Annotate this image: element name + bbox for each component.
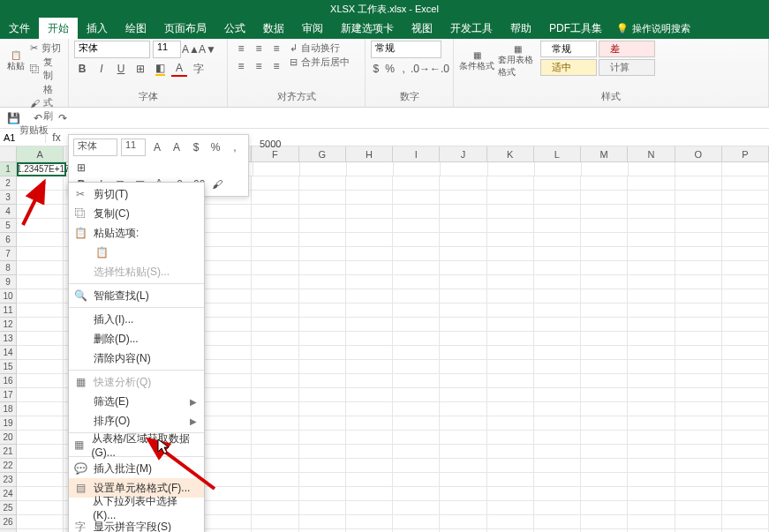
cm-paste-icon-row[interactable]: 📋 [69, 243, 204, 262]
cell[interactable] [675, 289, 722, 303]
row-header[interactable]: 6 [0, 233, 17, 247]
cell[interactable] [722, 360, 769, 374]
cell[interactable] [722, 374, 769, 388]
cell[interactable] [487, 318, 534, 332]
cell[interactable] [628, 473, 675, 487]
cell[interactable] [440, 261, 486, 275]
cell[interactable] [722, 346, 769, 360]
cell[interactable] [346, 176, 393, 191]
cell[interactable] [393, 388, 440, 402]
cell[interactable] [440, 332, 486, 346]
cell[interactable] [440, 219, 486, 233]
cell[interactable] [17, 176, 64, 191]
cell[interactable] [346, 318, 393, 332]
row-header[interactable]: 15 [0, 360, 17, 374]
copy-button[interactable]: ⿻复制 [30, 56, 63, 82]
cell[interactable] [628, 459, 675, 473]
cell[interactable] [675, 162, 722, 176]
cell[interactable] [205, 374, 252, 388]
fx-icon[interactable]: fx [46, 130, 67, 146]
paste-button[interactable]: 📋 粘贴 [5, 41, 26, 81]
cell[interactable] [299, 332, 346, 346]
cell[interactable] [440, 191, 486, 205]
cell[interactable] [393, 487, 440, 501]
cell[interactable] [205, 318, 252, 332]
cell[interactable] [722, 501, 769, 515]
cell[interactable] [628, 332, 675, 346]
cell[interactable] [346, 360, 393, 374]
cell[interactable] [534, 501, 581, 515]
cell[interactable] [581, 318, 628, 332]
cell[interactable] [675, 261, 722, 275]
cell[interactable] [441, 162, 487, 176]
cell[interactable] [722, 388, 769, 402]
cell[interactable] [346, 487, 393, 501]
mini-size-select[interactable]: 11 [121, 139, 146, 156]
cell[interactable] [299, 261, 346, 275]
cell[interactable] [675, 459, 722, 473]
cell[interactable] [393, 360, 440, 374]
cell[interactable] [252, 247, 298, 261]
cell[interactable] [487, 402, 534, 416]
cell[interactable] [487, 487, 534, 501]
cell[interactable] [675, 501, 722, 515]
cell[interactable] [628, 303, 675, 318]
cell[interactable] [487, 219, 534, 233]
cell[interactable] [675, 487, 722, 501]
cell[interactable] [440, 318, 486, 332]
cell[interactable] [534, 431, 581, 445]
tab-pdf[interactable]: PDF工具集 [540, 18, 611, 39]
mini-percent-icon[interactable]: % [207, 139, 223, 155]
cell[interactable] [535, 162, 582, 176]
cell[interactable] [487, 191, 534, 205]
cm-get-data[interactable]: ▦从表格/区域获取数据(G)... [69, 435, 204, 454]
cell[interactable] [299, 374, 346, 388]
cell[interactable] [205, 445, 252, 459]
cell[interactable] [393, 416, 440, 431]
cell[interactable] [581, 289, 628, 303]
cell[interactable] [675, 219, 722, 233]
cell[interactable] [346, 501, 393, 515]
row-header[interactable]: 4 [0, 205, 17, 219]
cell[interactable] [628, 402, 675, 416]
cell[interactable] [393, 205, 440, 219]
cell[interactable] [487, 501, 534, 515]
tab-home[interactable]: 开始 [39, 18, 78, 39]
column-header[interactable]: O [675, 146, 722, 161]
cell[interactable] [722, 289, 769, 303]
cm-paste-options[interactable]: 📋粘贴选项: [69, 223, 204, 243]
currency-button[interactable]: $ [371, 61, 381, 77]
cell[interactable] [440, 515, 486, 529]
merge-center-button[interactable]: ⊟合并后居中 [290, 56, 350, 69]
fill-color-button[interactable]: ◧ [152, 61, 168, 77]
cell[interactable] [346, 459, 393, 473]
cell[interactable] [393, 247, 440, 261]
cell[interactable] [581, 487, 628, 501]
cell[interactable] [487, 261, 534, 275]
underline-button[interactable]: U [113, 61, 129, 77]
cell[interactable] [487, 303, 534, 318]
cell[interactable] [628, 487, 675, 501]
cell[interactable] [393, 219, 440, 233]
cell[interactable] [722, 318, 769, 332]
font-name-select[interactable]: 宋体 [74, 41, 150, 58]
cell[interactable] [17, 473, 64, 487]
cell[interactable] [722, 445, 769, 459]
cell[interactable] [252, 431, 298, 445]
cell[interactable] [722, 275, 769, 289]
cell[interactable] [299, 247, 346, 261]
cell[interactable] [299, 416, 346, 431]
cell[interactable] [628, 374, 675, 388]
cell[interactable] [722, 487, 769, 501]
cell[interactable] [17, 501, 64, 515]
cell[interactable] [346, 416, 393, 431]
cell[interactable] [628, 515, 675, 529]
cell[interactable] [17, 233, 64, 247]
tab-developer[interactable]: 开发工具 [441, 18, 501, 39]
tab-insert[interactable]: 插入 [78, 18, 117, 39]
cell[interactable] [487, 346, 534, 360]
cell[interactable] [581, 431, 628, 445]
cell[interactable] [581, 219, 628, 233]
cell[interactable] [17, 205, 64, 219]
cell[interactable] [346, 233, 393, 247]
